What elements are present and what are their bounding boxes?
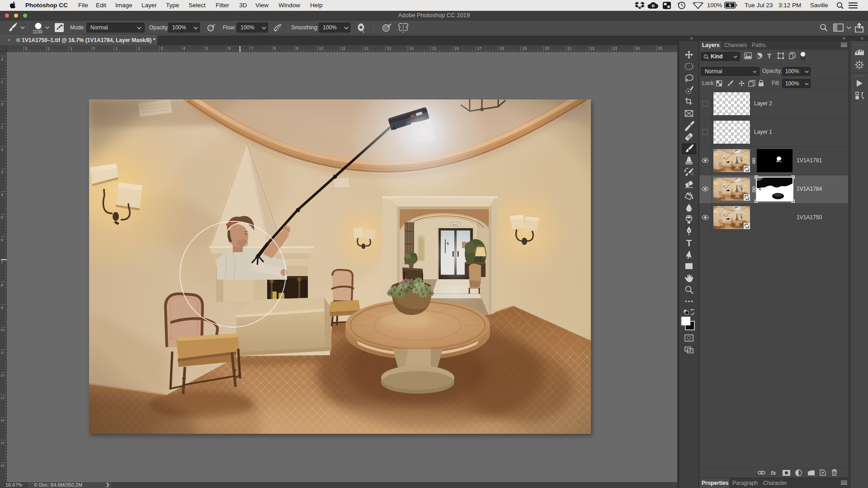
svg-text:15: 15 xyxy=(432,46,436,51)
svg-text:T: T xyxy=(686,238,692,248)
svg-text:1: 1 xyxy=(70,46,72,51)
svg-text:2: 2 xyxy=(47,46,50,51)
svg-text:0: 0 xyxy=(1,102,3,107)
svg-text:17: 17 xyxy=(477,46,481,51)
svg-text:19: 19 xyxy=(522,46,527,51)
svg-text:6: 6 xyxy=(228,46,231,51)
svg-text:5: 5 xyxy=(1,215,3,220)
svg-text:16: 16 xyxy=(454,46,459,51)
svg-text:14: 14 xyxy=(409,46,414,51)
svg-text:4: 4 xyxy=(183,46,185,51)
svg-text:11: 11 xyxy=(341,46,345,51)
svg-text:5: 5 xyxy=(206,46,208,51)
svg-text:6: 6 xyxy=(1,238,3,242)
svg-text:10: 10 xyxy=(0,328,4,332)
svg-text:3: 3 xyxy=(1,170,3,174)
svg-text:7: 7 xyxy=(251,46,253,51)
svg-text:15: 15 xyxy=(0,441,4,445)
svg-text:1: 1 xyxy=(1,125,3,129)
svg-text:2: 2 xyxy=(138,46,140,51)
svg-text:9: 9 xyxy=(1,305,3,310)
svg-text:0: 0 xyxy=(93,46,95,51)
svg-text:21: 21 xyxy=(567,46,572,51)
svg-text:13: 13 xyxy=(387,46,391,51)
svg-text:7: 7 xyxy=(1,260,3,265)
svg-text:13: 13 xyxy=(0,396,4,400)
svg-text:3: 3 xyxy=(25,46,27,51)
svg-text:12: 12 xyxy=(364,46,368,51)
svg-text:14: 14 xyxy=(0,418,4,422)
svg-text:2: 2 xyxy=(1,147,3,152)
svg-text:23: 23 xyxy=(613,46,617,51)
svg-text:12: 12 xyxy=(0,373,4,377)
svg-text:20: 20 xyxy=(545,46,549,51)
svg-text:9: 9 xyxy=(296,46,298,51)
svg-text:18: 18 xyxy=(500,46,504,51)
svg-text:10: 10 xyxy=(319,46,323,51)
svg-text:8: 8 xyxy=(274,46,276,51)
svg-text:16: 16 xyxy=(0,464,4,468)
svg-text:2: 2 xyxy=(1,57,3,61)
svg-text:24: 24 xyxy=(635,46,640,51)
svg-text:8: 8 xyxy=(1,283,3,287)
svg-text:1: 1 xyxy=(1,80,3,84)
svg-text:11: 11 xyxy=(0,351,4,355)
svg-text:22: 22 xyxy=(590,46,594,51)
svg-text:4: 4 xyxy=(1,192,3,197)
svg-text:1: 1 xyxy=(115,46,118,51)
svg-text:3: 3 xyxy=(160,46,163,51)
svg-text:25: 25 xyxy=(658,46,662,51)
